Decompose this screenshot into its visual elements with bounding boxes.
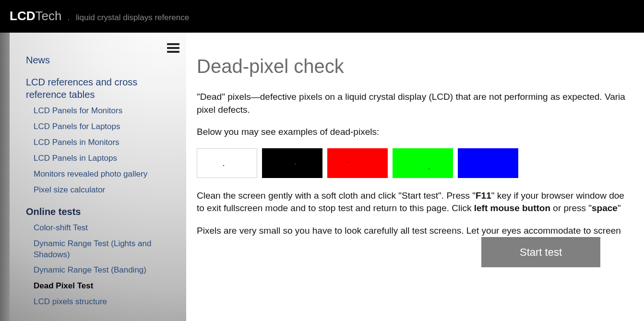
top-header: LCDTech . liquid crystal displays refere… xyxy=(0,0,644,33)
swatch-blue xyxy=(458,148,518,178)
note-paragraph: Pixels are very small so you have to loo… xyxy=(197,225,644,238)
sidebar-item-pixels-structure[interactable]: LCD pixels structure xyxy=(34,297,170,308)
sidebar-item-news[interactable]: News xyxy=(26,54,170,66)
brand-dot: . xyxy=(68,13,70,23)
sidebar-item-dead-pixel[interactable]: Dead Pixel Test xyxy=(34,281,170,292)
sidebar-item-dynamic-range-banding[interactable]: Dynamic Range Test (Banding) xyxy=(34,265,170,276)
examples-label: Below you may see examples of dead-pixel… xyxy=(197,126,644,139)
sidebar: News LCD references and cross reference … xyxy=(0,33,186,321)
start-test-button[interactable]: Start test xyxy=(481,237,600,267)
sidebar-shadow xyxy=(0,33,10,321)
page-title: Dead-pixel check xyxy=(197,56,644,77)
main-content: Dead-pixel check "Dead" pixels—defective… xyxy=(186,33,644,321)
sidebar-item-monitors-gallery[interactable]: Monitors revealed photo gallery xyxy=(34,169,170,180)
swatch-green xyxy=(393,148,453,178)
sidebar-item-references[interactable]: LCD references and cross reference table… xyxy=(26,76,170,101)
sidebar-item-panels-monitors[interactable]: LCD Panels for Monitors xyxy=(34,106,170,117)
swatch-black xyxy=(262,148,322,178)
brand[interactable]: LCDTech xyxy=(10,9,61,24)
menu-icon[interactable] xyxy=(167,41,179,55)
nav-top-group: News LCD references and cross reference … xyxy=(26,54,170,308)
sidebar-item-panels-in-laptops[interactable]: LCD Panels in Laptops xyxy=(34,153,170,164)
nav-tests-group: Color-shift Test Dynamic Range Test (Lig… xyxy=(34,223,170,308)
swatch-white xyxy=(197,148,257,178)
swatch-red xyxy=(327,148,388,178)
sidebar-item-pixel-calculator[interactable]: Pixel size calculator xyxy=(34,185,170,196)
swatch-row xyxy=(197,148,644,178)
sidebar-item-panels-in-monitors[interactable]: LCD Panels in Monitors xyxy=(34,137,170,148)
tagline: liquid crystal displays reference xyxy=(76,13,189,23)
nav-refs-group: LCD Panels for Monitors LCD Panels for L… xyxy=(34,106,170,196)
sidebar-item-color-shift[interactable]: Color-shift Test xyxy=(34,223,170,234)
sidebar-item-online-tests[interactable]: Online tests xyxy=(26,205,170,218)
page-body: News LCD references and cross reference … xyxy=(0,33,644,321)
sidebar-item-dynamic-range-lights[interactable]: Dynamic Range Test (Lights and Shadows) xyxy=(34,238,170,261)
brand-main: LCD xyxy=(10,9,35,23)
sidebar-item-panels-laptops[interactable]: LCD Panels for Laptops xyxy=(34,121,170,132)
intro-paragraph: "Dead" pixels—defective pixels on a liqu… xyxy=(197,91,644,116)
instructions-paragraph: Clean the screen gently with a soft clot… xyxy=(197,190,644,215)
brand-sub: Tech xyxy=(35,9,61,23)
